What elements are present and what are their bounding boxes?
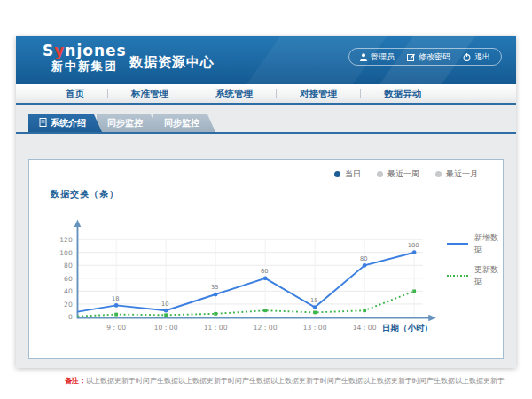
- svg-text:14 : 00: 14 : 00: [353, 324, 377, 332]
- radio-dot-icon: [377, 171, 383, 177]
- edit-icon: [407, 53, 415, 61]
- svg-text:13 : 00: 13 : 00: [303, 324, 327, 332]
- svg-text:10: 10: [161, 301, 168, 308]
- tab-sync-monitor-1[interactable]: 同步监控: [97, 114, 159, 132]
- svg-text:20: 20: [64, 301, 73, 309]
- logo-brand-cn: 新中新集团: [43, 59, 127, 74]
- svg-text:12 : 00: 12 : 00: [254, 324, 278, 332]
- svg-text:35: 35: [211, 284, 218, 291]
- svg-text:80: 80: [64, 262, 73, 270]
- svg-text:60: 60: [64, 275, 73, 283]
- nav-item-standard-mgmt[interactable]: 标准管理: [108, 88, 192, 100]
- line-chart: 0204060801001209 : 0010 : 0011 : 0012 : …: [52, 202, 442, 348]
- svg-text:60: 60: [261, 268, 268, 275]
- nav-item-data-change[interactable]: 数据异动: [361, 88, 444, 100]
- document-icon: [39, 118, 47, 129]
- legend-item-new-data[interactable]: 新增数据: [447, 232, 505, 255]
- svg-text:11 : 00: 11 : 00: [204, 324, 228, 332]
- page-title: 数据资源中心: [129, 54, 215, 71]
- svg-text:15: 15: [310, 297, 317, 304]
- dotted-line-icon: [447, 275, 469, 277]
- svg-text:18: 18: [112, 295, 119, 302]
- tab-bottom-rule: [16, 132, 516, 134]
- svg-text:9 : 00: 9 : 00: [106, 324, 126, 332]
- footnote-label: 备注：: [65, 377, 86, 385]
- svg-text:40: 40: [64, 287, 73, 295]
- svg-text:0: 0: [68, 313, 73, 321]
- main-nav: 首页 标准管理 系统管理 对接管理 数据异动: [16, 84, 516, 105]
- tab-sync-monitor-2[interactable]: 同步监控: [153, 114, 215, 132]
- power-icon: [463, 53, 471, 61]
- range-filter-group: 当日 最近一周 最近一月: [334, 168, 478, 180]
- svg-text:120: 120: [59, 236, 73, 244]
- radio-last-week[interactable]: 最近一周: [377, 168, 419, 180]
- logo[interactable]: Synjones 新中新集团: [43, 43, 127, 74]
- svg-text:日期（小时）: 日期（小时）: [382, 323, 433, 333]
- user-menu: 管理员 修改密码 退出: [348, 48, 502, 66]
- top-header: Synjones 新中新集团 数据资源中心 管理员 修改密码 退出: [16, 36, 516, 84]
- app-window: Synjones 新中新集团 数据资源中心 管理员 修改密码 退出: [16, 36, 516, 368]
- tab-bar: 系统介绍 同步监控 同步监控: [16, 105, 516, 132]
- legend-item-updated-data[interactable]: 更新数据: [447, 264, 505, 287]
- user-admin-button[interactable]: 管理员: [360, 51, 395, 63]
- radio-dot-icon: [435, 171, 442, 177]
- svg-text:100: 100: [408, 242, 419, 249]
- content-panel: 当日 最近一周 最近一月 数据交换（条） 0204060801001209 : …: [28, 159, 504, 359]
- logo-brand-en: Synjones: [43, 43, 127, 59]
- y-axis-title: 数据交换（条）: [51, 188, 119, 200]
- chart-area: 0204060801001209 : 0010 : 0011 : 0012 : …: [52, 202, 505, 348]
- solid-line-icon: [447, 243, 469, 245]
- svg-text:10 : 00: 10 : 00: [154, 324, 178, 332]
- radio-dot-icon: [334, 171, 340, 177]
- nav-item-home[interactable]: 首页: [43, 88, 107, 100]
- tab-system-intro[interactable]: 系统介绍: [28, 114, 102, 132]
- footnote: 备注：以上数据更新于时间产生数据以上数据更新于时间产生数据以上数据更新于时间产生…: [65, 376, 505, 386]
- nav-item-system-mgmt[interactable]: 系统管理: [192, 88, 276, 100]
- svg-text:80: 80: [360, 255, 367, 262]
- change-password-button[interactable]: 修改密码: [407, 51, 450, 63]
- logout-button[interactable]: 退出: [463, 51, 490, 63]
- svg-text:100: 100: [59, 249, 73, 257]
- nav-item-interface-mgmt[interactable]: 对接管理: [277, 88, 360, 100]
- footnote-text: 以上数据更新于时间产生数据以上数据更新于时间产生数据以上数据更新于时间产生数据以…: [86, 377, 505, 385]
- radio-today[interactable]: 当日: [334, 168, 361, 180]
- radio-last-month[interactable]: 最近一月: [435, 168, 478, 180]
- series-legend: 新增数据 更新数据: [447, 232, 505, 287]
- user-icon: [360, 53, 367, 61]
